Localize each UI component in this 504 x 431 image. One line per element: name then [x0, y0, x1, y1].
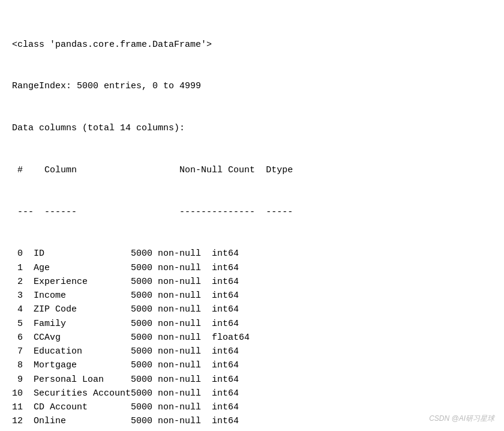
header-dtype: Dtype [266, 165, 293, 175]
table-row: 5 Family 5000 non-null int64 [12, 317, 492, 331]
table-row: 10 Securities Account5000 non-null int64 [12, 387, 492, 400]
div-hash: --- [17, 207, 34, 217]
table-row: 8 Mortgage 5000 non-null int64 [12, 358, 492, 372]
div-column: ------ [44, 207, 77, 217]
table-divider: --- ------ -------------- ----- [12, 205, 492, 219]
data-rows: 0 ID 5000 non-null int64 1 Age 5000 non-… [12, 247, 492, 431]
table-row: 4 ZIP Code 5000 non-null int64 [12, 303, 492, 316]
header-hash: # [17, 165, 23, 175]
table-row: 3 Income 5000 non-null int64 [12, 289, 492, 303]
class-line: <class 'pandas.core.frame.DataFrame'> [12, 38, 492, 52]
table-row: 13 CreditCard 5000 non-null int64 [12, 429, 492, 432]
header-column: Column [44, 165, 77, 175]
table-row: 6 CCAvg 5000 non-null float64 [12, 331, 492, 345]
data-columns-line: Data columns (total 14 columns): [12, 121, 492, 135]
table-row: 9 Personal Loan 5000 non-null int64 [12, 373, 492, 387]
watermark: CSDN @AI研习星球 [429, 414, 494, 424]
header-nonnull: Non-Null Count [179, 165, 255, 175]
table-row: 2 Experience 5000 non-null int64 [12, 275, 492, 289]
table-row: 1 Age 5000 non-null int64 [12, 261, 492, 275]
table-header: # Column Non-Null Count Dtype [12, 163, 492, 177]
div-dtype: ----- [266, 207, 293, 217]
div-nonnull: -------------- [179, 207, 255, 217]
output-block: <class 'pandas.core.frame.DataFrame'> Ra… [12, 10, 492, 431]
table-row: 11 CD Account 5000 non-null int64 [12, 400, 492, 414]
table-row: 7 Education 5000 non-null int64 [12, 345, 492, 358]
table-row: 0 ID 5000 non-null int64 [12, 247, 492, 261]
range-index-line: RangeIndex: 5000 entries, 0 to 4999 [12, 79, 492, 93]
table-row: 12 Online 5000 non-null int64 [12, 414, 492, 428]
